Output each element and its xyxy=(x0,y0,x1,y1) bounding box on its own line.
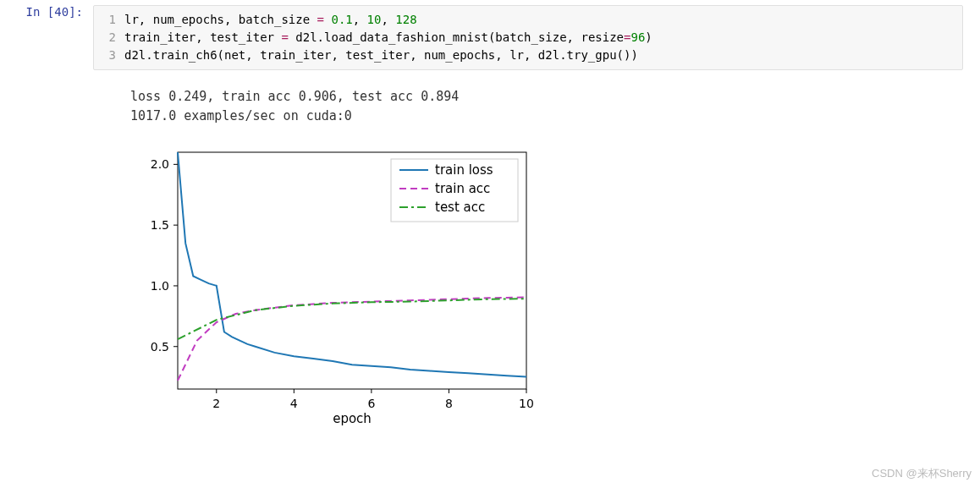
y-tick-label: 1.0 xyxy=(151,279,169,293)
code-line: 1lr, num_epochs, batch_size = 0.1, 10, 1… xyxy=(94,11,962,29)
code-line: 3d2l.train_ch6(net, train_iter, test_ite… xyxy=(94,47,962,64)
code-content: d2l.train_ch6(net, train_iter, test_iter… xyxy=(124,47,962,64)
line-number: 3 xyxy=(94,47,124,64)
legend-label: train acc xyxy=(435,181,490,196)
y-tick-label: 2.0 xyxy=(151,157,169,171)
code-content: train_iter, test_iter = d2l.load_data_fa… xyxy=(124,29,962,47)
notebook-cell: In [40]: 1lr, num_epochs, batch_size = 0… xyxy=(0,0,980,75)
y-tick-label: 0.5 xyxy=(151,340,169,354)
legend-label: test acc xyxy=(435,200,485,215)
cell-output: loss 0.249, train acc 0.906, test acc 0.… xyxy=(0,87,980,431)
x-tick-label: 2 xyxy=(212,397,220,410)
series-test-acc xyxy=(178,299,526,339)
x-tick-label: 8 xyxy=(445,397,453,410)
series-train-acc xyxy=(178,297,526,381)
line-number: 1 xyxy=(94,11,124,29)
x-tick-label: 4 xyxy=(290,397,298,410)
x-tick-label: 10 xyxy=(519,397,534,410)
output-line-2: 1017.0 examples/sec on cuda:0 xyxy=(130,108,352,123)
chart-svg: 2468100.51.01.52.0epochtrain losstrain a… xyxy=(130,144,537,431)
training-chart: 2468100.51.01.52.0epochtrain losstrain a… xyxy=(93,144,980,431)
prompt-label: In [40]: xyxy=(26,5,83,19)
line-number: 2 xyxy=(94,29,124,47)
output-text: loss 0.249, train acc 0.906, test acc 0.… xyxy=(93,87,980,125)
y-tick-label: 1.5 xyxy=(151,218,169,232)
x-axis-label: epoch xyxy=(333,411,372,426)
code-input[interactable]: 1lr, num_epochs, batch_size = 0.1, 10, 1… xyxy=(93,5,963,70)
legend-label: train loss xyxy=(435,162,493,178)
output-line-1: loss 0.249, train acc 0.906, test acc 0.… xyxy=(130,89,459,104)
code-content: lr, num_epochs, batch_size = 0.1, 10, 12… xyxy=(124,11,962,29)
input-prompt: In [40]: xyxy=(0,5,93,70)
x-tick-label: 6 xyxy=(367,397,375,410)
code-line: 2train_iter, test_iter = d2l.load_data_f… xyxy=(94,29,962,47)
